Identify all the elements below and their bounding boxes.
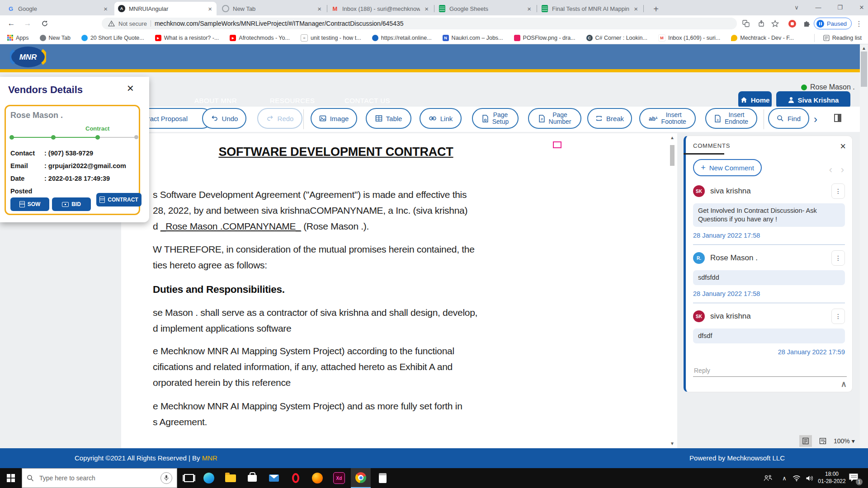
image-button[interactable]: Image (311, 108, 357, 129)
taskbar-firefox[interactable] (307, 468, 327, 488)
popup-close-icon[interactable]: × (127, 82, 134, 94)
redo-button[interactable]: Redo (257, 108, 302, 129)
taskbar-mail[interactable] (264, 468, 284, 488)
tab-google[interactable]: G Google × (4, 2, 112, 15)
taskbar-adobe-xd[interactable]: Xd (329, 468, 349, 488)
insert-footnote-button[interactable]: ab¹ InsertFootnote (639, 108, 696, 129)
new-tab-button[interactable]: + (650, 3, 662, 15)
task-view-button[interactable] (179, 468, 199, 488)
bookmark-star-icon[interactable] (770, 19, 779, 28)
nav-about-mnr[interactable]: ABOUT MNR (194, 97, 237, 104)
browser-menu-icon[interactable]: ⋮ (854, 19, 863, 28)
close-window-icon[interactable]: ✕ (853, 0, 868, 14)
bookmark-apps[interactable]: Apps (7, 35, 29, 41)
reload-icon[interactable] (39, 18, 51, 29)
tab-close-icon[interactable]: × (424, 5, 429, 12)
taskbar-clock[interactable]: 18:00 01-28-2022 (817, 470, 846, 485)
print-layout-icon[interactable] (799, 435, 812, 447)
comment-menu-button[interactable]: ⋮ (831, 250, 845, 266)
bookmark-posflow[interactable]: POSFlow.png - dra... (514, 35, 576, 41)
table-button[interactable]: Table (366, 108, 411, 129)
bookmark-unit-testing[interactable]: ≡ unit testing - how t... (301, 34, 361, 42)
taskbar-search[interactable] (22, 468, 177, 488)
web-layout-icon[interactable] (816, 435, 829, 447)
collapse-panel-icon[interactable]: ∧ (841, 379, 847, 389)
nav-resources[interactable]: RESOURCES (270, 97, 315, 104)
scrollbar-thumb[interactable] (670, 145, 675, 166)
bookmark-retail-online[interactable]: https://retail.online... (372, 35, 432, 41)
bookmark-afrotechmods[interactable]: ▸ Afrotechmods - Yo... (230, 35, 290, 41)
link-button[interactable]: Link (420, 108, 462, 129)
taskbar-explorer[interactable] (221, 468, 241, 488)
nav-contact-us[interactable]: CONTACT US (344, 97, 390, 104)
maximize-icon[interactable]: ❐ (831, 0, 849, 14)
tab-mnruiangular[interactable]: A MNRUIAngular × (114, 2, 217, 15)
translate-icon[interactable] (741, 19, 750, 28)
page-setup-button[interactable]: PageSetup (472, 108, 519, 129)
mnr-logo[interactable]: MNR (10, 46, 46, 68)
share-icon[interactable] (757, 19, 766, 28)
tab-sheets[interactable]: Google Sheets × (435, 2, 536, 15)
new-comment-button[interactable]: + New Comment (693, 159, 762, 176)
tab-inbox[interactable]: M Inbox (188) - suri@mechknowsof × (328, 2, 433, 15)
url-bar[interactable]: Not secure mechknow.com/SampleWorks/MNRL… (102, 18, 737, 29)
insert-endnote-button[interactable]: iii InsertEndnote (705, 108, 757, 129)
adblock-extension-icon[interactable] (788, 19, 797, 28)
home-button[interactable]: Home (738, 91, 772, 108)
tab-close-icon[interactable]: × (526, 5, 532, 12)
sow-button[interactable]: SOW (10, 197, 49, 211)
bookmark-csharp-corner[interactable]: C C# Corner : Lookin... (586, 35, 647, 41)
forward-icon[interactable]: → (22, 18, 33, 29)
tab-close-icon[interactable]: × (103, 5, 108, 12)
toolbar-more-chevron-icon[interactable]: › (814, 113, 817, 126)
document-page[interactable]: SOFTWARE DEVELOPMENT CONTRACT s Software… (121, 133, 677, 448)
tab-close-icon[interactable]: × (207, 5, 213, 12)
search-input[interactable] (38, 474, 156, 482)
taskbar-calculator[interactable] (373, 468, 392, 488)
extensions-puzzle-icon[interactable] (802, 19, 811, 28)
page-scrollbar[interactable]: ▲ ▼ (860, 44, 868, 468)
bookmark-inbox[interactable]: M Inbox (1,609) - suri... (658, 34, 720, 42)
contract-button[interactable]: CONTRACT (96, 193, 142, 206)
break-button[interactable]: Break (587, 108, 632, 129)
taskbar-store[interactable] (242, 468, 262, 488)
bookmark-quotes[interactable]: 20 Short Life Quote... (81, 35, 144, 41)
user-menu-button[interactable]: Siva Krishna (776, 91, 850, 108)
scroll-up-icon[interactable]: ▲ (862, 46, 866, 51)
tab-close-icon[interactable]: × (633, 5, 639, 12)
taskbar-edge[interactable] (199, 468, 219, 488)
scroll-down-icon[interactable]: ▼ (670, 441, 675, 446)
taskbar-opera[interactable] (286, 468, 306, 488)
document-scrollbar[interactable]: ▲ ▼ (669, 135, 675, 446)
tray-expand-button[interactable]: ∧ (778, 468, 790, 488)
footer-brand[interactable]: MNR (202, 454, 217, 462)
bookmark-new-tab[interactable]: New Tab (40, 35, 71, 41)
comment-menu-button[interactable]: ⋮ (831, 183, 845, 199)
tab-search-icon[interactable]: ∨ (788, 0, 806, 14)
people-button[interactable] (760, 468, 776, 488)
undo-button[interactable]: Undo (202, 108, 246, 129)
bookmark-resistor-video[interactable]: ▸ What is a resistor? -... (155, 35, 219, 41)
find-button[interactable]: Find (768, 108, 809, 129)
taskbar-chrome[interactable] (351, 468, 371, 488)
bid-button[interactable]: BID (52, 197, 91, 211)
page-number-button[interactable]: # PageNumber (528, 108, 581, 129)
minimize-icon[interactable]: — (809, 0, 827, 14)
prev-comment-icon[interactable]: ‹ (829, 164, 832, 176)
scroll-up-icon[interactable]: ▲ (670, 135, 675, 140)
start-button[interactable] (0, 468, 22, 488)
extension-paused-button[interactable]: Paused (814, 18, 852, 29)
reading-list-button[interactable]: Reading list (823, 35, 862, 41)
volume-button[interactable] (803, 468, 816, 488)
bookmark-mechtrack[interactable]: Mechtrack - Dev - F... (731, 35, 794, 41)
comments-close-icon[interactable]: × (840, 141, 846, 152)
scrollbar-thumb[interactable] (861, 52, 867, 87)
reply-input[interactable] (693, 365, 847, 377)
next-comment-icon[interactable]: › (841, 164, 844, 176)
tab-close-icon[interactable]: × (316, 5, 322, 12)
tab-final-tests[interactable]: Final Tests of MNR AI Mapping S × (538, 2, 642, 15)
back-icon[interactable]: ← (5, 18, 17, 29)
microphone-icon[interactable] (160, 472, 172, 484)
action-center-button[interactable]: 1 (848, 473, 860, 483)
bookmark-naukri[interactable]: N Naukri.com – Jobs... (443, 35, 503, 41)
